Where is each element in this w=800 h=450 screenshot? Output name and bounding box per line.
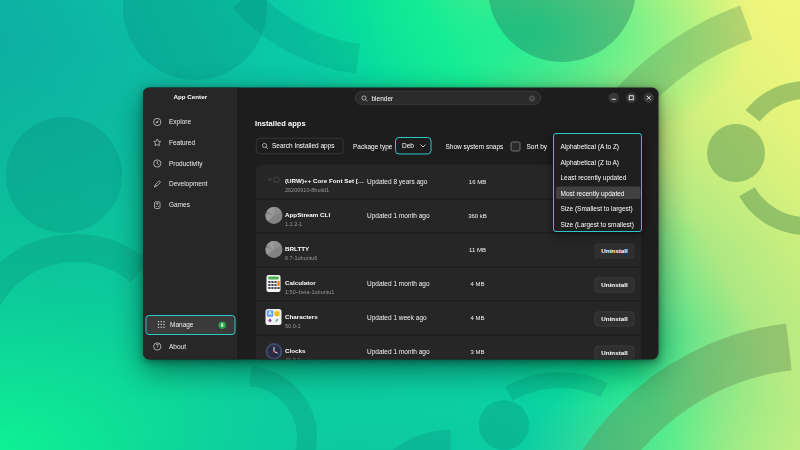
svg-text:A: A [268,310,272,316]
svg-text:?: ? [156,343,159,349]
